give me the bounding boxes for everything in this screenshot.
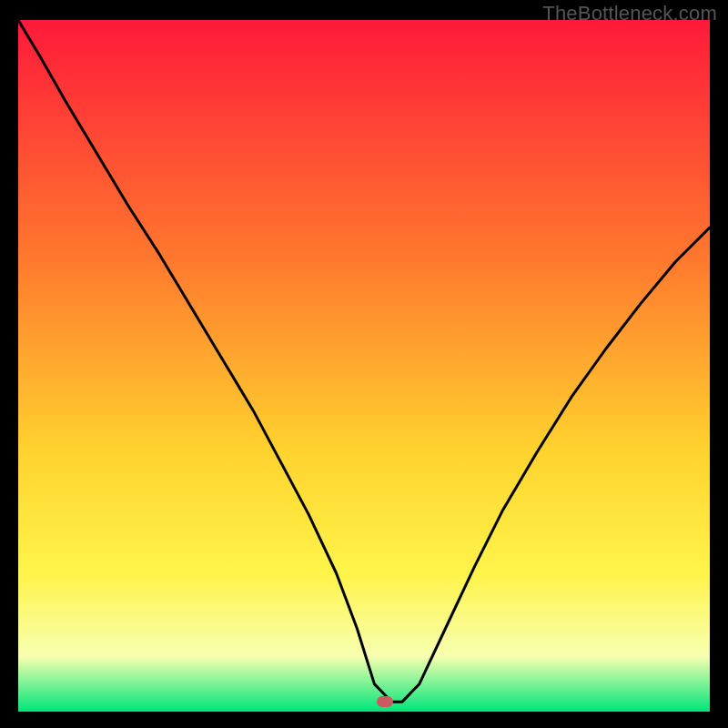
chart-frame: TheBottleneck.com: [0, 0, 728, 728]
watermark-text: TheBottleneck.com: [542, 2, 717, 25]
plot-background: [18, 20, 710, 712]
optimal-point-marker: [377, 696, 393, 707]
bottleneck-plot: [18, 20, 710, 712]
